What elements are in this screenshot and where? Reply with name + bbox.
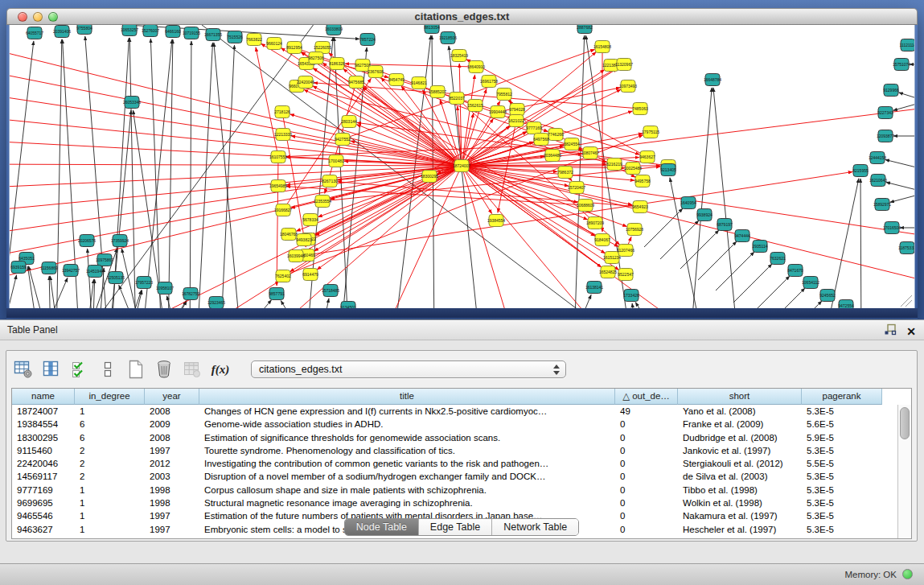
column-header-title[interactable]: title [199,389,615,405]
table-cell[interactable]: Estimation of significance thresholds fo… [199,431,615,444]
table-cell[interactable]: Dudbridge et al. (2008) [678,431,802,444]
table-row[interactable]: 911546021997Tourette syndrome. Phenomeno… [12,444,911,457]
graph-node-label: 16961758 [480,79,498,84]
column-header-short[interactable]: short [678,389,802,405]
column-header-year[interactable]: year [145,389,199,405]
table-selector-dropdown[interactable]: citations_edges.txt [251,360,566,378]
table-row[interactable]: 1830029562008Estimation of significance … [12,431,911,444]
table-row[interactable]: 1872400712008Changes of HCN gene express… [12,405,911,418]
table-cell[interactable]: 49 [615,405,678,418]
table-row[interactable]: 969969511998Structural magnetic resonanc… [12,496,911,509]
row-stack-icon[interactable] [97,359,118,380]
table-cell[interactable]: 5.3E-5 [802,496,882,509]
table-cell[interactable]: 1 [75,484,145,496]
table-cell[interactable]: Structural magnetic resonance image aver… [199,496,615,509]
select-rows-check-icon[interactable] [69,359,90,380]
table-cell[interactable]: Tibbo et al. (1998) [678,484,802,496]
tab-network-table[interactable]: Network Table [492,519,578,535]
table-cell[interactable]: 1 [75,496,145,509]
tab-edge-table[interactable]: Edge Table [419,519,492,535]
table-row[interactable]: 1456911722003Disruption of a novel membe… [12,470,911,483]
table-cell[interactable]: 2008 [145,405,199,418]
table-options-icon[interactable] [13,359,34,380]
table-cell[interactable]: 5.5E-5 [802,457,882,470]
table-row[interactable]: 1938455462009Genome-wide association stu… [12,418,911,431]
table-cell[interactable]: Tourette syndrome. Phenomenology and cla… [199,444,615,457]
table-cell[interactable]: 1998 [145,496,199,509]
window-titlebar[interactable]: citations_edges.txt [6,8,918,25]
table-row[interactable]: 977716911998Corpus callosum shape and si… [12,484,911,496]
zoom-window-icon[interactable] [48,12,58,22]
table-cell[interactable]: Franke et al. (2009) [678,418,802,431]
column-header-in_degree[interactable]: in_degree [75,389,145,405]
table-cell[interactable]: 2008 [145,431,199,444]
column-header-name[interactable]: name [12,389,75,405]
table-cell[interactable]: 14569117 [12,470,75,483]
table-cell[interactable]: Corpus callosum shape and size in male p… [199,484,615,496]
table-cell[interactable]: 1997 [145,444,199,457]
network-canvas-svg[interactable]: 1872400776638229660124891295416543388966… [10,25,915,308]
table-cell[interactable]: 0 [615,457,678,470]
table-cell[interactable]: 0 [615,484,678,496]
table-cell[interactable]: Changes of HCN gene expression and I(f) … [199,405,615,418]
graph-node-label: 2935114 [752,244,767,249]
close-panel-icon[interactable]: ✕ [906,325,916,338]
new-document-icon[interactable] [125,359,146,380]
table-cell[interactable]: Stergiakouli et al. (2012) [678,457,802,470]
table-cell[interactable]: 6 [75,418,145,431]
table-cell[interactable]: 2 [75,444,145,457]
table-cell[interactable]: 2009 [145,418,199,431]
function-builder-icon[interactable]: f(x) [210,359,231,380]
tab-node-table[interactable]: Node Table [345,519,419,535]
table-cell[interactable]: 0 [615,431,678,444]
table-cell[interactable]: Genome-wide association studies in ADHD. [199,418,615,431]
table-cell[interactable]: 0 [615,418,678,431]
graph-node-label: 9427552 [335,137,351,142]
canvas-resize-grip-icon[interactable] [901,295,912,307]
table-cell[interactable]: 2003 [145,470,199,483]
table-cell[interactable]: Disruption of a novel member of a sodium… [199,470,615,483]
table-cell[interactable]: Yano et al. (2008) [678,405,802,418]
table-cell[interactable]: 0 [615,470,678,483]
table-cell[interactable]: 5.9E-5 [802,431,882,444]
graph-node-label: 9777169 [526,126,542,130]
network-view[interactable]: 1872400776638229660124891295416543388966… [9,25,915,308]
table-cell[interactable]: Wolkin et al. (1998) [678,496,802,509]
minimize-window-icon[interactable] [33,12,43,22]
table-toolbar: f(x) citations_edges.txt [13,356,566,383]
table-cell[interactable]: de Silva et al. (2003) [678,470,802,483]
table-cell[interactable]: 9115460 [12,444,75,457]
table-cell[interactable]: 1 [75,405,145,418]
table-cell[interactable]: 1998 [145,484,199,496]
column-header-pagerank[interactable]: pagerank [802,389,882,405]
table-cell[interactable]: 0 [615,496,678,509]
table-cell[interactable]: 6 [75,431,145,444]
table-row[interactable]: 2242004622012Investigating the contribut… [12,457,911,470]
float-panel-icon[interactable] [884,323,897,339]
table-cell[interactable]: 2 [75,470,145,483]
table-cell[interactable]: 5.3E-5 [802,470,882,483]
edge [449,46,480,308]
table-cell[interactable]: 18724007 [12,405,75,418]
table-cell[interactable]: Jankovic et al. (1997) [678,444,802,457]
close-window-icon[interactable] [18,12,27,22]
graph-node-label: 1562615 [467,103,483,108]
column-header-out_de[interactable]: △ out_de… [615,389,678,405]
table-cell[interactable]: 5.3E-5 [802,484,882,496]
table-cell[interactable]: 5.3E-5 [802,444,882,457]
table-cell[interactable]: 9699695 [12,496,75,509]
table-cell[interactable]: Investigating the contribution of common… [199,457,615,470]
table-cell[interactable]: 2012 [145,457,199,470]
table-cell[interactable]: 5.3E-5 [802,405,882,418]
trash-icon[interactable] [154,359,175,380]
table-cell[interactable]: 19384554 [12,418,75,431]
table-cell[interactable]: 0 [615,444,678,457]
table-cell[interactable]: 9777169 [12,484,75,496]
table-cell[interactable]: 22420046 [12,457,75,470]
select-column-icon[interactable] [41,359,62,380]
memory-ok-icon[interactable] [902,569,913,579]
scrollbar-thumb[interactable] [900,407,910,439]
table-cell[interactable]: 2 [75,457,145,470]
table-cell[interactable]: 5.6E-5 [802,418,882,431]
table-cell[interactable]: 18300295 [12,431,75,444]
